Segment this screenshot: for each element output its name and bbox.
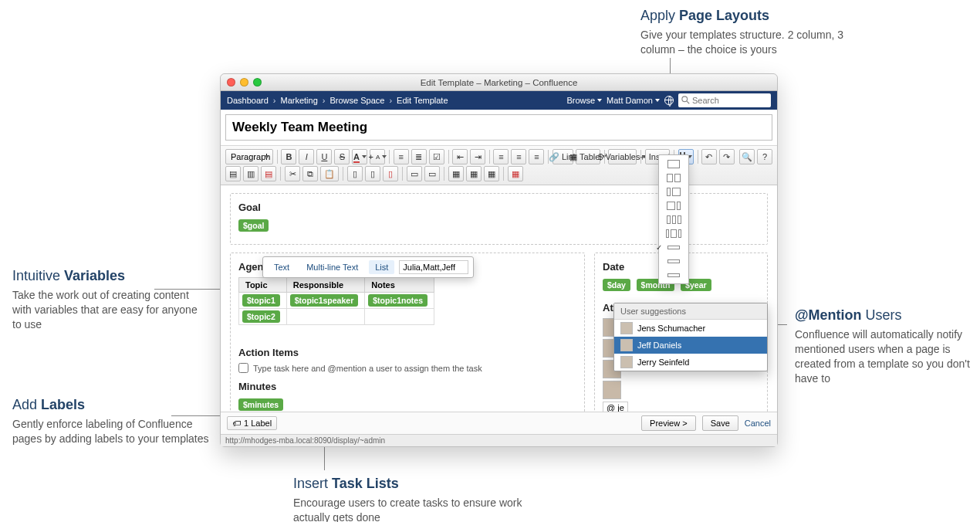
layout-3row[interactable] bbox=[662, 256, 685, 266]
copy-row-button[interactable]: ⧉ bbox=[302, 166, 318, 181]
crumb-edit-template[interactable]: Edit Template bbox=[397, 96, 448, 105]
split-cells-button[interactable]: ▭ bbox=[424, 166, 440, 181]
align-right-button[interactable]: ≡ bbox=[529, 149, 544, 164]
var-topic2[interactable]: $topic2 bbox=[242, 310, 280, 323]
user-menu[interactable]: Matt Damon bbox=[607, 96, 660, 105]
page-layout-dropdown[interactable]: ✓ bbox=[658, 154, 689, 284]
help-button[interactable]: ? bbox=[757, 149, 772, 164]
label-count: 1 Label bbox=[244, 419, 272, 428]
ul-button[interactable]: ≡ bbox=[394, 149, 409, 164]
highlight-cell-button[interactable]: ▦ bbox=[484, 166, 499, 181]
user-suggestion-row[interactable]: Jerry Seinfeld bbox=[614, 354, 767, 371]
var-day[interactable]: $day bbox=[603, 279, 630, 291]
col-before-button[interactable]: ▯ bbox=[347, 166, 363, 181]
action-heading: Action Items bbox=[238, 347, 576, 358]
attendee-row[interactable] bbox=[603, 381, 759, 399]
user-suggestions-popover[interactable]: User suggestions Jens Schumacher Jeff Da… bbox=[613, 303, 768, 371]
preview-button[interactable]: Preview > bbox=[641, 415, 696, 431]
layout-2col-right[interactable] bbox=[662, 200, 685, 211]
undo-button[interactable]: ↶ bbox=[701, 149, 717, 164]
variable-type-popover[interactable]: Text Multi-line Text List bbox=[262, 256, 474, 278]
table-row: $topic1 $topic1speaker $topic1notes bbox=[239, 293, 434, 309]
layout-custom[interactable] bbox=[662, 269, 685, 280]
delete-table-button[interactable]: ▦ bbox=[508, 166, 523, 181]
col-topic: Topic bbox=[239, 278, 287, 293]
header-col-button[interactable]: ▦ bbox=[466, 166, 482, 181]
save-button[interactable]: Save bbox=[702, 415, 738, 431]
paste-row-button[interactable]: 📋 bbox=[320, 166, 339, 181]
table-button[interactable]: ▦Table bbox=[576, 149, 600, 164]
layout-3col-mid[interactable] bbox=[662, 228, 685, 239]
avatar bbox=[620, 339, 633, 351]
avatar bbox=[620, 322, 633, 334]
text-color-button[interactable]: A bbox=[352, 149, 367, 164]
agenda-table[interactable]: Topic Responsible Notes $topic1 $topic1s… bbox=[238, 277, 434, 325]
col-notes: Notes bbox=[365, 278, 434, 293]
page-title-input[interactable] bbox=[225, 114, 772, 141]
crumb-browse-space[interactable]: Browse Space bbox=[329, 96, 384, 105]
var-minutes[interactable]: $minutes bbox=[238, 398, 283, 411]
header-row-button[interactable]: ▦ bbox=[448, 166, 464, 181]
merge-cells-button[interactable]: ▭ bbox=[407, 166, 422, 181]
labels-button[interactable]: 🏷 1 Label bbox=[227, 416, 277, 430]
layout-2col[interactable] bbox=[662, 172, 685, 183]
close-icon[interactable] bbox=[227, 78, 235, 86]
col-delete-button[interactable]: ▯ bbox=[383, 166, 398, 181]
globe-icon[interactable] bbox=[664, 96, 674, 105]
traffic-lights[interactable] bbox=[227, 78, 262, 86]
zoom-icon[interactable] bbox=[253, 78, 262, 86]
ol-button[interactable]: ≣ bbox=[411, 149, 427, 164]
var-list-input[interactable] bbox=[399, 260, 468, 274]
more-format-button[interactable]: +A bbox=[370, 149, 385, 164]
search-icon bbox=[681, 95, 690, 104]
layout-2col-left[interactable] bbox=[662, 186, 685, 197]
search-input[interactable] bbox=[692, 96, 768, 105]
cancel-link[interactable]: Cancel bbox=[745, 419, 771, 428]
var-tab-multiline[interactable]: Multi-line Text bbox=[300, 260, 364, 274]
indent-button[interactable]: ⇥ bbox=[470, 149, 485, 164]
editor-footer: 🏷 1 Label Preview > Save Cancel bbox=[221, 412, 777, 434]
browse-menu[interactable]: Browse bbox=[566, 96, 602, 105]
variables-button[interactable]: $Variables bbox=[608, 149, 637, 164]
cut-row-button[interactable]: ✂ bbox=[285, 166, 300, 181]
var-topic1speaker[interactable]: $topic1speaker bbox=[290, 294, 358, 307]
align-center-button[interactable]: ≡ bbox=[511, 149, 526, 164]
tag-icon: 🏷 bbox=[232, 419, 241, 428]
layout-3col[interactable] bbox=[662, 214, 685, 225]
tasklist-button[interactable]: ☑ bbox=[429, 149, 444, 164]
align-left-button[interactable]: ≡ bbox=[493, 149, 509, 164]
user-suggestion-row[interactable]: Jeff Daniels bbox=[614, 337, 767, 354]
arrow-variables bbox=[154, 289, 228, 290]
outdent-button[interactable]: ⇤ bbox=[452, 149, 468, 164]
task-row[interactable]: Type task here and @mention a user to as… bbox=[238, 363, 576, 373]
var-topic1[interactable]: $topic1 bbox=[242, 294, 280, 307]
row-before-button[interactable]: ▤ bbox=[225, 166, 241, 181]
crumb-dashboard[interactable]: Dashboard bbox=[227, 96, 269, 105]
var-topic1notes[interactable]: $topic1notes bbox=[368, 294, 427, 307]
col-after-button[interactable]: ▯ bbox=[365, 166, 380, 181]
row-delete-button[interactable]: ▤ bbox=[261, 166, 276, 181]
task-checkbox[interactable] bbox=[238, 363, 248, 373]
editor-toolbar: Paragraph B I U S A +A ≡ ≣ ☑ ⇤ ⇥ ≡ ≡ ≡ 🔗… bbox=[221, 146, 777, 185]
crumb-marketing[interactable]: Marketing bbox=[281, 96, 318, 105]
format-select[interactable]: Paragraph bbox=[225, 149, 273, 164]
redo-button[interactable]: ↷ bbox=[719, 149, 735, 164]
underline-button[interactable]: U bbox=[316, 149, 332, 164]
layout-1col[interactable] bbox=[662, 158, 685, 169]
find-button[interactable]: 🔍 bbox=[739, 149, 755, 164]
var-tab-list[interactable]: List bbox=[369, 260, 394, 274]
var-tab-text[interactable]: Text bbox=[268, 260, 296, 274]
minimize-icon[interactable] bbox=[240, 78, 248, 86]
layout-2row[interactable]: ✓ bbox=[662, 242, 685, 253]
italic-button[interactable]: I bbox=[299, 149, 314, 164]
var-goal[interactable]: $goal bbox=[238, 219, 269, 232]
window-title: Edit Template – Marketing – Confluence bbox=[421, 78, 578, 87]
bold-button[interactable]: B bbox=[281, 149, 296, 164]
left-column[interactable]: Agenda Topic Responsible Notes $topic1 $… bbox=[230, 253, 585, 428]
mac-titlebar: Edit Template – Marketing – Confluence bbox=[221, 74, 777, 91]
user-suggestion-row[interactable]: Jens Schumacher bbox=[614, 320, 767, 337]
strike-button[interactable]: S bbox=[334, 149, 350, 164]
global-search[interactable] bbox=[678, 93, 771, 107]
callout-mention: @Mention Users Confluence will automatic… bbox=[795, 306, 972, 386]
row-after-button[interactable]: ▥ bbox=[243, 166, 259, 181]
